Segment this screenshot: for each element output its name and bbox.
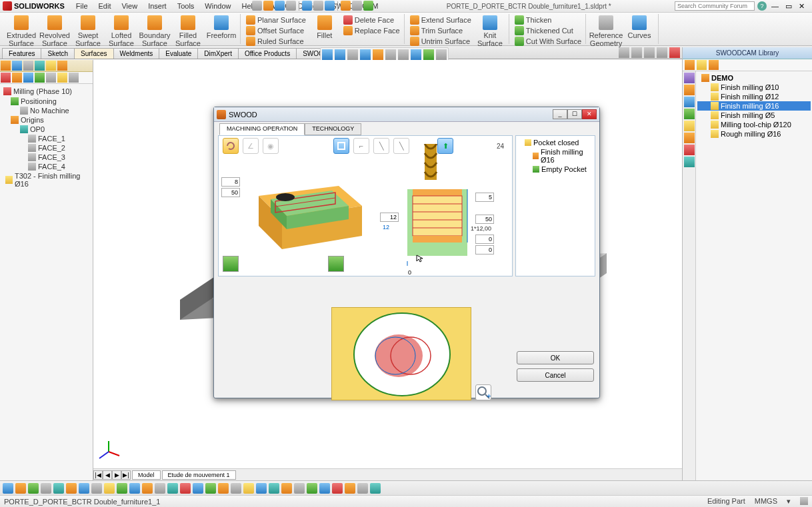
doc-tile-icon[interactable] xyxy=(619,47,629,58)
fm-tool-t302[interactable]: T302 - Finish milling Ø16 xyxy=(1,171,91,189)
thickened-cut-button[interactable]: Thickened Cut xyxy=(515,25,581,35)
menu-insert[interactable]: Insert xyxy=(143,1,171,11)
op-finish-milling[interactable]: Finish milling Ø16 xyxy=(518,147,593,165)
bt-icon[interactable] xyxy=(79,483,89,494)
apply-scene-icon[interactable] xyxy=(423,49,434,60)
bt-icon[interactable] xyxy=(15,483,26,494)
fm-face4[interactable]: FACE_4 xyxy=(1,162,91,171)
forum-tab-icon[interactable] xyxy=(684,157,695,167)
knit-surface-button[interactable]: Knit Surface xyxy=(474,14,506,49)
display-tab-icon[interactable] xyxy=(46,61,56,71)
curves-button[interactable]: Curves xyxy=(623,14,655,41)
redo-icon[interactable] xyxy=(313,1,323,11)
lib-root-demo[interactable]: DEMO xyxy=(697,73,811,83)
bt-icon[interactable] xyxy=(231,483,241,494)
swood-lib-tab-icon[interactable] xyxy=(684,145,695,155)
lib-item-selected[interactable]: Finish milling Ø16 xyxy=(697,101,811,111)
prev-view-icon[interactable] xyxy=(347,49,358,60)
new-icon[interactable] xyxy=(252,1,262,11)
bt-icon[interactable] xyxy=(269,483,279,494)
bt-icon[interactable] xyxy=(53,483,64,494)
nav-next-icon[interactable]: ▶ xyxy=(112,470,121,480)
hide-show-icon[interactable] xyxy=(398,49,409,60)
view-palette-tab-icon[interactable] xyxy=(684,109,695,119)
bt-icon[interactable] xyxy=(370,483,381,494)
nav-last-icon[interactable]: ▶| xyxy=(121,470,131,480)
bt-icon[interactable] xyxy=(319,483,330,494)
doc-close-icon[interactable] xyxy=(669,47,680,58)
tab-features[interactable]: Features xyxy=(2,48,41,59)
menu-window[interactable]: Window xyxy=(200,1,235,11)
bt-icon[interactable] xyxy=(307,483,317,494)
input-bottom-g[interactable] xyxy=(475,235,494,244)
dimxpert-tab-icon[interactable] xyxy=(35,61,45,71)
section-view-icon[interactable] xyxy=(360,49,371,60)
menu-edit[interactable]: Edit xyxy=(94,1,116,11)
status-config-icon[interactable] xyxy=(800,497,808,505)
fm-misc3-icon[interactable] xyxy=(69,73,79,83)
bt-icon[interactable] xyxy=(256,483,267,494)
bt-icon[interactable] xyxy=(104,483,115,494)
angle-button[interactable]: ∠ xyxy=(243,138,259,154)
bt-icon[interactable] xyxy=(129,483,140,494)
lib-item[interactable]: Finish milling Ø5 xyxy=(697,111,811,120)
preview-end-icon[interactable] xyxy=(328,256,344,272)
lib-add-icon[interactable] xyxy=(709,60,719,70)
filled-surface-button[interactable]: Filled Surface xyxy=(172,14,204,49)
fm-face2[interactable]: FACE_2 xyxy=(1,143,91,153)
boundary-surface-button[interactable]: Boundary Surface xyxy=(139,14,171,49)
extend-surface-button[interactable]: Extend Surface xyxy=(410,15,471,25)
screen-capture-icon[interactable] xyxy=(363,1,373,11)
menu-file[interactable]: File xyxy=(71,1,93,11)
fm-view-icon[interactable] xyxy=(23,73,33,83)
fm-face3[interactable]: FACE_3 xyxy=(1,153,91,162)
design-library-tab-icon[interactable] xyxy=(684,85,695,95)
path-mode1-button[interactable] xyxy=(333,138,349,154)
restore-icon[interactable]: ▭ xyxy=(783,2,794,11)
offset-surface-button[interactable]: Offset Surface xyxy=(246,25,306,35)
lib-folder-icon[interactable] xyxy=(697,60,707,70)
doc-cascade-icon[interactable] xyxy=(631,47,642,58)
tab-sketch[interactable]: Sketch xyxy=(41,48,75,59)
swept-surface-button[interactable]: Swept Surface xyxy=(72,14,104,49)
status-units[interactable]: MMGS xyxy=(755,497,777,506)
bt-icon[interactable] xyxy=(218,483,229,494)
tab-office-products[interactable]: Office Products xyxy=(238,48,297,59)
input-depth-e[interactable] xyxy=(475,215,494,224)
input-offset-c[interactable] xyxy=(380,213,399,222)
bt-icon[interactable] xyxy=(91,483,102,494)
property-tab-icon[interactable] xyxy=(12,61,22,71)
menu-tools[interactable]: Tools xyxy=(173,1,199,11)
trim-surface-button[interactable]: Trim Surface xyxy=(410,25,471,35)
lib-item[interactable]: Finish milling Ø10 xyxy=(697,83,811,92)
tab-dimxpert[interactable]: DimXpert xyxy=(197,48,239,59)
minimize-icon[interactable]: — xyxy=(769,2,781,10)
bt-icon[interactable] xyxy=(357,483,368,494)
ruled-surface-button[interactable]: Ruled Surface xyxy=(246,36,306,46)
tab-machining-operation[interactable]: MACHINING OPERATION xyxy=(219,123,305,135)
delete-face-button[interactable]: Delete Face xyxy=(343,15,400,25)
direction-button[interactable] xyxy=(223,138,239,154)
zoom-area-icon[interactable] xyxy=(335,49,345,60)
appearances-tab-icon[interactable] xyxy=(684,121,695,131)
bt-icon[interactable] xyxy=(205,483,216,494)
file-explorer-tab-icon[interactable] xyxy=(684,97,695,107)
untrim-surface-button[interactable]: Untrim Surface xyxy=(410,36,471,46)
zoom-preview-button[interactable]: + xyxy=(475,384,491,400)
bt-icon[interactable] xyxy=(243,483,254,494)
bt-icon[interactable] xyxy=(66,483,77,494)
status-arrow-icon[interactable]: ▾ xyxy=(787,497,791,506)
replace-face-button[interactable]: Replace Face xyxy=(343,25,400,35)
cancel-button[interactable]: Cancel xyxy=(517,368,594,382)
bt-icon[interactable] xyxy=(345,483,355,494)
bt-icon[interactable] xyxy=(193,483,203,494)
zoom-fit-icon[interactable] xyxy=(322,49,333,60)
lib-item[interactable]: Finish milling Ø12 xyxy=(697,92,811,101)
view-orientation-icon[interactable] xyxy=(373,49,383,60)
bt-icon[interactable] xyxy=(41,483,51,494)
fm-op0[interactable]: OP0 xyxy=(1,125,91,134)
fm-tab-icon[interactable] xyxy=(1,61,11,71)
display-style-icon[interactable] xyxy=(385,49,396,60)
thicken-button[interactable]: Thicken xyxy=(515,15,581,25)
print-icon[interactable] xyxy=(286,1,296,11)
